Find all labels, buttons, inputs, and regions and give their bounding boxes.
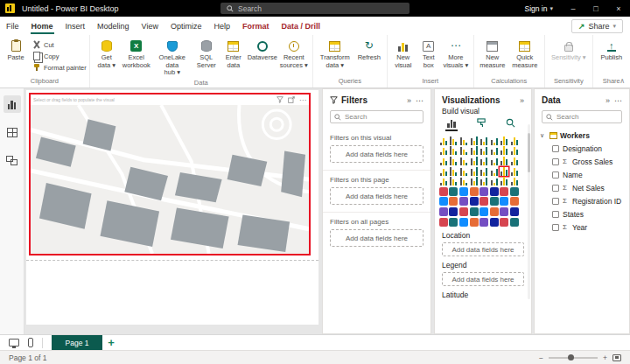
share-button[interactable]: ↗ Share ▾ [571, 19, 623, 33]
field-checkbox[interactable] [552, 185, 559, 192]
field-row-states[interactable]: States [540, 207, 624, 220]
ribbon-tab-modeling[interactable]: Modeling [91, 18, 136, 34]
python-visual-icon[interactable] [490, 167, 499, 176]
key-influencers-icon[interactable] [510, 167, 519, 176]
filled-map-icon[interactable] [470, 157, 479, 165]
map-visual-selected[interactable]: Select or drag fields to populate the vi… [29, 93, 311, 256]
refresh-button[interactable]: ↻Refresh [354, 37, 384, 62]
excel-workbook-button[interactable]: XExcel workbook [121, 37, 152, 69]
clustered-bar-chart-icon[interactable] [459, 136, 468, 145]
desktop-layout-button[interactable] [9, 339, 19, 346]
add-data-fields-dropzone[interactable]: Add data fields here [330, 229, 424, 247]
custom-visual-28-icon[interactable] [470, 218, 479, 227]
data-search-input[interactable]: Search [542, 110, 622, 123]
smart-narrative-icon[interactable] [459, 177, 468, 186]
more-visuals-button[interactable]: ⋯More visuals ▾ [441, 37, 471, 69]
custom-visual-16-icon[interactable] [510, 197, 519, 206]
pie-chart-icon[interactable] [510, 146, 519, 155]
ribbon-chart-icon[interactable] [470, 146, 479, 155]
stacked-area-chart-icon[interactable] [439, 146, 448, 155]
new-visual-button[interactable]: New visual [390, 37, 416, 69]
power-automate-icon[interactable] [510, 177, 519, 186]
ribbon-tab-file[interactable]: File [0, 18, 25, 34]
visualizations-scrollbar[interactable] [528, 124, 530, 299]
focus-mode-icon[interactable] [288, 96, 295, 103]
custom-visual-13-icon[interactable] [480, 197, 488, 206]
custom-visual-22-icon[interactable] [490, 207, 499, 216]
sign-in-caret-icon[interactable]: ▾ [550, 5, 553, 12]
recent-sources-button[interactable]: Recent sources ▾ [278, 37, 310, 69]
quick-measure-button[interactable]: Quick measure [508, 37, 542, 69]
power-apps-icon[interactable] [500, 177, 508, 186]
minimize-button[interactable]: – [562, 0, 584, 17]
paginated-report-icon[interactable] [480, 177, 488, 186]
funnel-chart-icon[interactable] [490, 146, 499, 155]
line-chart-icon[interactable] [500, 136, 508, 145]
map-icon[interactable] [459, 157, 468, 165]
azure-map-icon[interactable] [500, 167, 508, 176]
custom-visual-10-icon[interactable] [449, 197, 458, 206]
custom-visual-1-icon[interactable] [439, 187, 448, 196]
report-canvas[interactable]: Select or drag fields to populate the vi… [24, 88, 320, 334]
gauge-icon[interactable] [490, 157, 499, 165]
filters-collapse-icon[interactable]: » [407, 96, 411, 105]
field-row-name[interactable]: Name [540, 168, 624, 181]
100-stacked-bar-chart-icon[interactable] [480, 136, 488, 145]
build-visual-tab[interactable] [445, 118, 458, 131]
custom-visual-31-icon[interactable] [500, 218, 508, 227]
add-page-button[interactable]: + [102, 335, 120, 351]
decomposition-tree-icon[interactable] [439, 177, 448, 186]
maximize-button[interactable]: □ [584, 0, 607, 17]
paste-button[interactable]: Paste [3, 37, 29, 62]
page-tab-page-1[interactable]: Page 1 [52, 335, 102, 351]
custom-visual-2-icon[interactable] [449, 187, 458, 196]
filters-search-input[interactable]: Search [330, 110, 424, 123]
100-stacked-column-chart-icon[interactable] [490, 136, 499, 145]
copy-button[interactable]: Copy [32, 52, 87, 60]
enter-data-button[interactable]: Enter data [220, 37, 247, 69]
format-visual-tab[interactable] [477, 118, 486, 131]
matrix-icon[interactable] [470, 167, 479, 176]
ribbon-tab-insert[interactable]: Insert [60, 18, 92, 34]
zoom-slider[interactable] [549, 357, 598, 359]
custom-visual-19-icon[interactable] [459, 207, 468, 216]
well-dropzone-location[interactable]: Add data fields here [442, 242, 524, 256]
field-checkbox[interactable] [552, 145, 559, 152]
zoom-out-button[interactable]: − [539, 354, 543, 362]
stacked-bar-chart-icon[interactable] [439, 136, 448, 145]
donut-chart-icon[interactable] [439, 157, 448, 165]
r-script-visual-icon[interactable] [480, 167, 488, 176]
sign-in-button[interactable]: Sign in [524, 4, 547, 13]
table-icon[interactable] [459, 167, 468, 176]
multi-row-card-icon[interactable] [510, 157, 519, 165]
custom-visual-26-icon[interactable] [449, 218, 458, 227]
ribbon-collapse-icon[interactable]: ∧ [620, 77, 625, 85]
global-search-input[interactable]: Search [220, 3, 410, 14]
metrics-icon[interactable] [470, 177, 479, 186]
waterfall-chart-icon[interactable] [480, 146, 488, 155]
clustered-column-chart-icon[interactable] [470, 136, 479, 145]
sql-server-button[interactable]: SQL Server [192, 37, 220, 69]
custom-visual-4-icon[interactable] [470, 187, 479, 196]
add-data-fields-dropzone[interactable]: Add data fields here [330, 187, 424, 205]
new-measure-button[interactable]: New measure [477, 37, 508, 69]
line-and-stacked-column-chart-icon[interactable] [449, 146, 458, 155]
close-button[interactable]: × [607, 0, 630, 17]
custom-visual-15-icon[interactable] [500, 197, 508, 206]
expand-caret-icon[interactable]: ∨ [540, 132, 547, 139]
custom-visual-25-icon[interactable] [439, 218, 448, 227]
format-painter-button[interactable]: Format painter [32, 63, 87, 72]
card-icon[interactable] [500, 157, 508, 165]
slicer-icon[interactable] [449, 167, 458, 176]
sidebar-item-report-view[interactable] [4, 95, 21, 113]
custom-visual-5-icon[interactable] [480, 187, 488, 196]
ribbon-tab-data-drill[interactable]: Data / Drill [275, 18, 326, 34]
transform-data-button[interactable]: Transform data ▾ [316, 37, 354, 69]
custom-visual-8-icon[interactable] [510, 187, 519, 196]
q-and-a-icon[interactable] [449, 177, 458, 186]
publish-button[interactable]: ↑Publish [596, 37, 627, 62]
visualizations-collapse-icon[interactable]: » [520, 96, 524, 105]
arcgis-map-icon[interactable] [490, 177, 499, 186]
area-chart-icon[interactable] [510, 136, 519, 145]
sidebar-item-model-view[interactable] [4, 151, 21, 169]
